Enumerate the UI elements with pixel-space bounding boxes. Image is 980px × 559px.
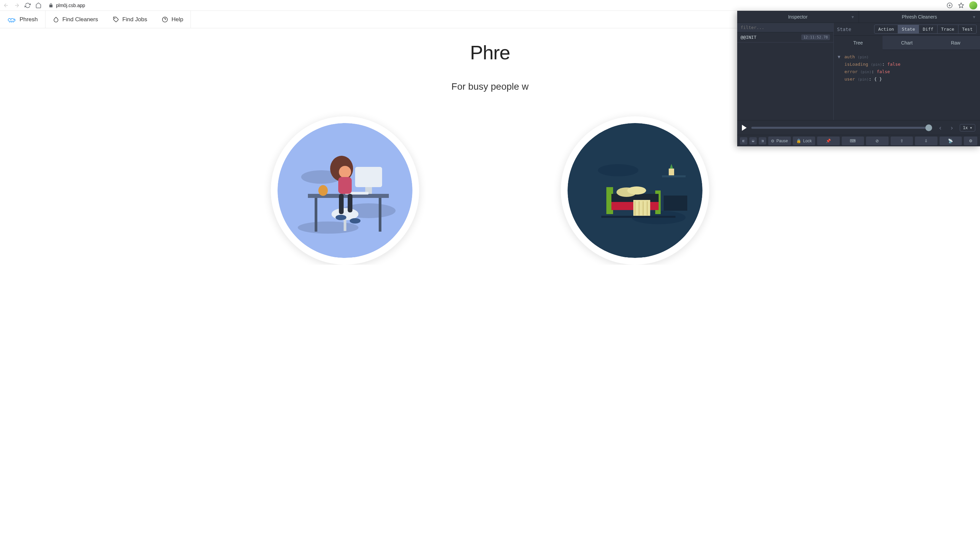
chevron-down-icon: ▾ bbox=[851, 14, 854, 20]
lock-button[interactable]: 🔒 Lock bbox=[793, 137, 815, 145]
svg-point-33 bbox=[627, 187, 646, 195]
tree-value: { } bbox=[874, 76, 882, 82]
svg-rect-26 bbox=[662, 175, 685, 177]
settings-button[interactable]: ⚙ bbox=[964, 137, 977, 145]
pin-label[interactable]: (pin) bbox=[858, 55, 869, 60]
nav-help[interactable]: Help bbox=[154, 11, 191, 28]
svg-rect-40 bbox=[601, 216, 675, 218]
url-text: plm0j.csb.app bbox=[56, 3, 85, 8]
lock-icon: 🔒 bbox=[796, 139, 801, 143]
url-bar[interactable]: plm0j.csb.app bbox=[48, 3, 85, 8]
speed-label: 1x bbox=[963, 126, 968, 130]
svg-point-1 bbox=[114, 18, 115, 18]
pause-button[interactable]: ⊖ Pause bbox=[768, 137, 791, 145]
nav-find-jobs[interactable]: Find Jobs bbox=[106, 11, 155, 28]
tree-key-error[interactable]: error bbox=[844, 69, 858, 74]
pause-icon: ⊖ bbox=[771, 139, 774, 143]
subtab-chart[interactable]: Chart bbox=[882, 36, 932, 50]
devtools-instance-dropdown[interactable]: Phresh Cleaners ▾ bbox=[859, 11, 980, 23]
illustration-bedroom bbox=[568, 123, 702, 258]
timeline-bar: ‹ › 1x ▾ bbox=[737, 120, 980, 135]
svg-rect-34 bbox=[633, 200, 650, 217]
bottom-toolbar: ◧ ⬓ ◨ ⊖ Pause 🔒 Lock 📌 ⌨ ⊘ ⇧ ⇩ 📡 ⚙ bbox=[737, 135, 980, 146]
pause-label: Pause bbox=[776, 139, 788, 143]
keyboard-button[interactable]: ⌨ bbox=[842, 137, 864, 145]
download-icon: ⇩ bbox=[924, 139, 928, 143]
layout-right-icon[interactable]: ◨ bbox=[759, 137, 766, 145]
redux-devtools: Inspector ▾ Phresh Cleaners ▾ @@INIT 12:… bbox=[737, 11, 980, 146]
view-state-button[interactable]: State bbox=[898, 25, 919, 33]
slider-thumb[interactable] bbox=[925, 124, 932, 131]
add-tab-button[interactable] bbox=[946, 2, 953, 9]
avatar[interactable] bbox=[969, 2, 977, 10]
devtools-inspector-dropdown[interactable]: Inspector ▾ bbox=[737, 11, 859, 23]
nav-find-cleaners[interactable]: Find Cleaners bbox=[46, 11, 106, 28]
panel-title: State bbox=[837, 26, 851, 32]
timeline-slider[interactable] bbox=[752, 127, 932, 129]
upload-button[interactable]: ⇧ bbox=[891, 137, 913, 145]
home-button[interactable] bbox=[35, 2, 42, 9]
tree-value: false bbox=[887, 62, 901, 67]
back-button[interactable] bbox=[3, 2, 10, 9]
logo-text: Phresh bbox=[20, 16, 38, 23]
subtab-raw[interactable]: Raw bbox=[931, 36, 980, 50]
reload-button[interactable] bbox=[24, 2, 31, 9]
illustration-person-desk bbox=[278, 123, 412, 258]
lock-label: Lock bbox=[803, 139, 812, 143]
tree-caret-icon[interactable]: ▼ bbox=[838, 54, 840, 60]
filter-input[interactable] bbox=[740, 25, 830, 30]
tree-key-isloading[interactable]: isLoading bbox=[844, 62, 868, 67]
view-diff-button[interactable]: Diff bbox=[919, 25, 937, 33]
pin-label[interactable]: (pin) bbox=[858, 77, 869, 82]
layout-bottom-icon[interactable]: ⬓ bbox=[749, 137, 757, 145]
speed-dropdown[interactable]: 1x ▾ bbox=[960, 124, 975, 131]
svg-rect-8 bbox=[315, 198, 317, 232]
svg-point-21 bbox=[336, 215, 346, 220]
timeline-next-button[interactable]: › bbox=[948, 124, 955, 132]
illustration-card-work bbox=[271, 116, 419, 265]
nav-item-label: Help bbox=[171, 16, 183, 23]
instance-label: Phresh Cleaners bbox=[902, 14, 937, 20]
subtab-tree[interactable]: Tree bbox=[834, 36, 882, 50]
layout-left-icon[interactable]: ◧ bbox=[740, 137, 747, 145]
upload-icon: ⇧ bbox=[900, 139, 904, 143]
chevron-down-icon: ▾ bbox=[973, 14, 975, 20]
svg-point-22 bbox=[350, 218, 361, 223]
svg-point-13 bbox=[318, 185, 328, 196]
browser-chrome: plm0j.csb.app bbox=[0, 0, 980, 11]
tree-key-auth[interactable]: auth bbox=[844, 54, 855, 60]
keyboard-icon: ⌨ bbox=[850, 139, 856, 143]
pin-label[interactable]: (pin) bbox=[871, 62, 882, 67]
disable-button[interactable]: ⊘ bbox=[866, 137, 889, 145]
download-button[interactable]: ⇩ bbox=[915, 137, 937, 145]
play-button[interactable] bbox=[742, 125, 747, 131]
timeline-prev-button[interactable]: ‹ bbox=[937, 124, 944, 132]
illustration-card-bedroom bbox=[561, 116, 709, 265]
view-trace-button[interactable]: Trace bbox=[937, 25, 958, 33]
logo-link[interactable]: Phresh bbox=[0, 11, 46, 28]
view-test-button[interactable]: Test bbox=[958, 25, 976, 33]
svg-rect-19 bbox=[339, 194, 344, 214]
svg-point-17 bbox=[339, 166, 351, 178]
remote-button[interactable]: 📡 bbox=[940, 137, 962, 145]
tree-key-user[interactable]: user bbox=[844, 76, 855, 82]
bookmark-button[interactable] bbox=[958, 2, 965, 9]
svg-rect-20 bbox=[348, 194, 353, 212]
cloud-rain-icon bbox=[7, 16, 16, 23]
droplet-icon bbox=[53, 17, 59, 23]
state-tree: ▼ auth (pin) isLoading (pin): false erro… bbox=[834, 50, 980, 86]
gear-icon: ⚙ bbox=[969, 139, 973, 143]
svg-rect-10 bbox=[355, 167, 382, 187]
chevron-down-icon: ▾ bbox=[970, 126, 972, 130]
action-row-init[interactable]: @@INIT 12:11:52.78 bbox=[737, 32, 833, 43]
filter-bar bbox=[737, 23, 833, 32]
pin-icon: 📌 bbox=[826, 139, 831, 143]
forward-button[interactable] bbox=[13, 2, 20, 9]
svg-point-24 bbox=[598, 164, 638, 176]
lock-icon bbox=[48, 3, 53, 8]
pin-button[interactable]: 📌 bbox=[817, 137, 840, 145]
action-name: @@INIT bbox=[740, 35, 757, 40]
pin-label[interactable]: (pin) bbox=[860, 70, 871, 74]
view-action-button[interactable]: Action bbox=[874, 25, 898, 33]
tag-icon bbox=[113, 17, 119, 23]
